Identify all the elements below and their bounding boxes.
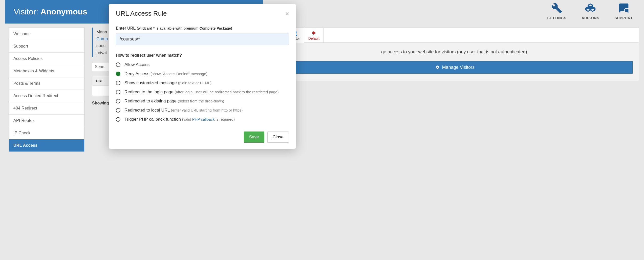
- radio-existing-hint: (select from the drop-down): [178, 99, 224, 103]
- radio-login-redirect[interactable]: Redirect to the login page (after login,…: [116, 88, 289, 97]
- url-label-hint: (wildcard * is available with premium Co…: [137, 26, 232, 30]
- tab-default-label: Default: [308, 36, 319, 40]
- right-panel: 👥 sers 👤 Visitor ✱ Default ge access to …: [271, 28, 639, 81]
- sidebar-item-support[interactable]: Support: [9, 40, 84, 53]
- radio-deny-hint: (show "Access Denied" message): [151, 72, 207, 76]
- tab-default[interactable]: ✱ Default: [304, 28, 324, 42]
- close-icon[interactable]: ×: [285, 10, 289, 17]
- panel-text: ge access to your website for visitors (…: [277, 48, 633, 56]
- radio-local-hint: (enter valid URL starting from http or h…: [171, 108, 243, 112]
- radio-login-label: Redirect to the login page: [124, 90, 174, 94]
- wrench-icon: [551, 3, 562, 14]
- radio-icon[interactable]: [116, 72, 120, 76]
- radio-local-label: Redirected to local URL: [124, 108, 170, 113]
- radio-custom-message[interactable]: Show customized message (plain text or H…: [116, 78, 289, 88]
- redirect-label: How to redirect user when match?: [116, 53, 289, 58]
- radio-php-hint-suffix: is required): [215, 117, 235, 121]
- header-name: Anonymous: [40, 7, 87, 16]
- modal-title: URL Access Rule: [116, 10, 167, 17]
- radio-php-hint-prefix: (valid: [182, 117, 192, 121]
- radio-icon[interactable]: [116, 62, 120, 67]
- gear-icon: [435, 65, 440, 70]
- sidebar-item-access-policies[interactable]: Access Policies: [9, 53, 84, 65]
- cubes-icon: [585, 3, 596, 14]
- sidebar-item-404[interactable]: 404 Redirect: [9, 102, 84, 115]
- radio-custom-hint: (plain text or HTML): [178, 81, 212, 85]
- info-link[interactable]: Comp: [96, 36, 108, 41]
- radio-existing-label: Redirected to existing page: [124, 99, 177, 103]
- sidebar-item-url-access[interactable]: URL Access: [9, 139, 84, 151]
- radio-php-label: Trigger PHP callback function: [124, 117, 181, 122]
- radio-allow-label: Allow Access: [124, 62, 149, 67]
- radio-custom-label: Show customized message: [124, 80, 177, 85]
- nav-settings[interactable]: SETTINGS: [547, 3, 567, 20]
- info-text-2: speci: [96, 43, 106, 48]
- sidebar: Welcome Support Access Policies Metaboxe…: [9, 28, 84, 152]
- radio-icon[interactable]: [116, 81, 120, 85]
- radio-icon[interactable]: [116, 117, 120, 122]
- manage-visitors-button[interactable]: Manage Visitors: [277, 61, 633, 74]
- url-field-label: Enter URL (wildcard * is available with …: [116, 26, 289, 31]
- chat-icon: [618, 3, 629, 14]
- sidebar-item-posts-terms[interactable]: Posts & Terms: [9, 77, 84, 90]
- close-button[interactable]: Close: [267, 132, 289, 143]
- manage-visitors-label: Manage Visitors: [442, 65, 475, 70]
- radio-allow[interactable]: Allow Access: [116, 60, 289, 69]
- tabs: 👥 sers 👤 Visitor ✱ Default: [271, 28, 639, 43]
- radio-icon[interactable]: [116, 99, 120, 103]
- radio-login-hint: (after login, user will be redirected ba…: [175, 90, 278, 94]
- nav-support[interactable]: SUPPORT: [614, 3, 633, 20]
- info-text-1: Mana: [96, 30, 107, 34]
- sidebar-item-metaboxes[interactable]: Metaboxes & Widgets: [9, 65, 84, 77]
- sidebar-item-api-routes[interactable]: API Routes: [9, 115, 84, 127]
- radio-deny[interactable]: Deny Access (show "Access Denied" messag…: [116, 69, 289, 78]
- nav-addons-label: ADD-ONS: [582, 16, 599, 20]
- asterisk-icon: ✱: [308, 30, 319, 36]
- sidebar-item-access-denied[interactable]: Access Denied Redirect: [9, 90, 84, 102]
- radio-php-callback[interactable]: Trigger PHP callback function (valid PHP…: [116, 115, 289, 124]
- info-text-3: privat: [96, 50, 107, 55]
- radio-icon[interactable]: [116, 108, 120, 113]
- url-input[interactable]: [116, 33, 289, 45]
- url-label-text: Enter URL: [116, 26, 136, 30]
- url-access-rule-modal: URL Access Rule × Enter URL (wildcard * …: [109, 4, 296, 149]
- nav-settings-label: SETTINGS: [547, 16, 567, 20]
- php-callback-link[interactable]: PHP callback: [192, 117, 215, 121]
- radio-icon[interactable]: [116, 90, 120, 94]
- header-prefix: Visitor:: [14, 7, 40, 16]
- radio-existing-page[interactable]: Redirected to existing page (select from…: [116, 97, 289, 106]
- nav-addons[interactable]: ADD-ONS: [582, 3, 599, 20]
- nav-support-label: SUPPORT: [614, 16, 633, 20]
- radio-local-url[interactable]: Redirected to local URL (enter valid URL…: [116, 106, 289, 115]
- radio-deny-label: Deny Access: [124, 71, 149, 76]
- sidebar-item-welcome[interactable]: Welcome: [9, 28, 84, 40]
- sidebar-item-ip-check[interactable]: IP Check: [9, 127, 84, 139]
- save-button[interactable]: Save: [244, 132, 264, 143]
